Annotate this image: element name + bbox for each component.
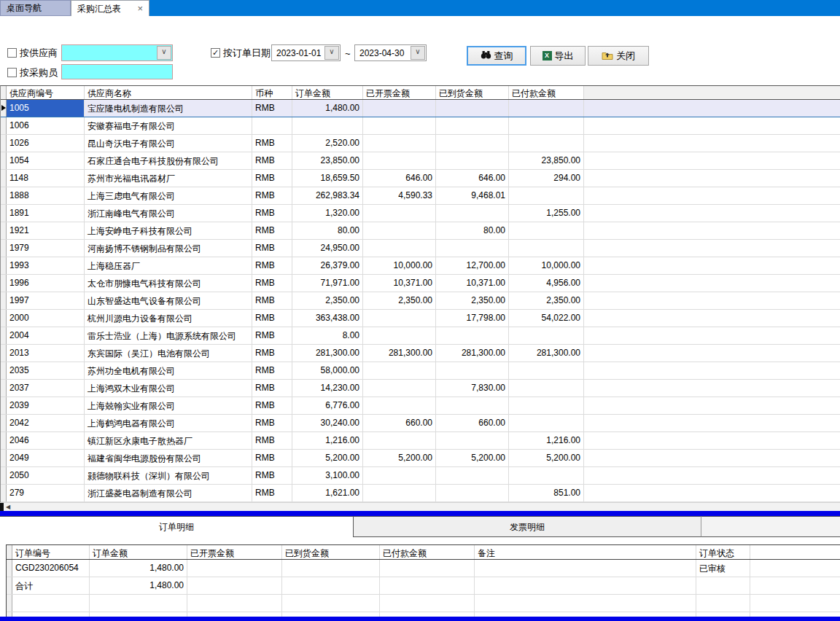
cell[interactable]: 5,200.00 bbox=[292, 450, 363, 466]
cell[interactable]: 660.00 bbox=[363, 415, 436, 431]
table-row[interactable]: 1997山东智盛达电气设备有限公司RMB2,350.002,350.002,35… bbox=[1, 292, 840, 310]
cell[interactable]: RMB bbox=[252, 415, 292, 431]
cell[interactable]: 24,950.00 bbox=[292, 240, 363, 257]
cell[interactable] bbox=[436, 327, 509, 344]
cell[interactable]: 58,000.00 bbox=[292, 362, 363, 379]
cell[interactable]: 12,700.00 bbox=[436, 257, 509, 274]
tab-purchase-summary[interactable]: 采购汇总表 × bbox=[71, 0, 149, 16]
cell[interactable]: RMB bbox=[252, 362, 292, 379]
cell[interactable]: 1,480.00 bbox=[292, 100, 363, 117]
cell[interactable]: RMB bbox=[252, 100, 292, 117]
cell[interactable]: 80.00 bbox=[292, 222, 363, 239]
horizontal-scrollbar[interactable] bbox=[0, 502, 840, 511]
tab-invoice-detail[interactable]: 发票明细 bbox=[354, 516, 701, 537]
cell[interactable] bbox=[363, 240, 436, 257]
cell[interactable]: 1026 bbox=[7, 135, 85, 152]
by-purchaser-checkbox[interactable] bbox=[7, 68, 17, 77]
cell[interactable]: 5,200.00 bbox=[436, 450, 509, 466]
cell[interactable]: RMB bbox=[252, 467, 292, 484]
cell[interactable]: 281,300.00 bbox=[363, 345, 436, 362]
cell[interactable]: RMB bbox=[252, 170, 292, 187]
cell[interactable] bbox=[12, 595, 90, 612]
cell[interactable]: 1,621.00 bbox=[292, 485, 363, 501]
close-icon[interactable]: × bbox=[137, 4, 143, 13]
cell[interactable]: 2035 bbox=[7, 362, 85, 379]
cell[interactable]: 2,350.00 bbox=[363, 292, 436, 309]
cell[interactable] bbox=[282, 577, 380, 594]
cell[interactable] bbox=[475, 577, 696, 594]
cell[interactable] bbox=[363, 397, 436, 414]
export-button[interactable]: 导出 bbox=[530, 46, 586, 66]
cell[interactable]: 30,240.00 bbox=[292, 415, 363, 431]
cell[interactable]: RMB bbox=[252, 257, 292, 274]
cell[interactable]: RMB bbox=[252, 345, 292, 362]
cell[interactable]: 上海三虑电气有限公司 bbox=[85, 187, 252, 204]
cell[interactable] bbox=[252, 117, 292, 134]
cell[interactable]: 1921 bbox=[7, 222, 85, 239]
cell[interactable] bbox=[436, 100, 509, 117]
cell[interactable]: RMB bbox=[252, 240, 292, 257]
cell[interactable]: 1888 bbox=[7, 187, 85, 204]
cell[interactable]: RMB bbox=[252, 485, 292, 501]
cell[interactable]: 26,379.00 bbox=[292, 257, 363, 274]
table-row[interactable]: 1979河南扬博不锈钢制品有限公司RMB24,950.00 bbox=[1, 240, 840, 257]
order-date-from-field[interactable]: 2023-01-01 bbox=[271, 44, 341, 61]
cell[interactable]: 1,216.00 bbox=[292, 432, 363, 449]
cell[interactable] bbox=[475, 560, 696, 577]
table-row[interactable]: 2000杭州川源电力设备有限公司RMB363,438.0017,798.0054… bbox=[1, 310, 840, 327]
cell[interactable]: 河南扬博不锈钢制品有限公司 bbox=[85, 240, 252, 257]
table-row[interactable]: 1993上海稳压器厂RMB26,379.0010,000.0012,700.00… bbox=[1, 257, 840, 275]
cell[interactable]: 苏州功全电机有限公司 bbox=[85, 362, 252, 379]
cell[interactable] bbox=[282, 595, 380, 612]
table-row[interactable]: 合计1,480.00 bbox=[7, 577, 840, 595]
table-row[interactable]: 1148苏州市光福电讯器材厂RMB18,659.50646.00646.0029… bbox=[1, 170, 840, 187]
column-header[interactable]: 已开票金额 bbox=[363, 86, 436, 99]
cell[interactable]: RMB bbox=[252, 327, 292, 344]
table-row[interactable]: 1005宝应隆电机制造有限公司RMB1,480.00 bbox=[1, 100, 840, 117]
cell[interactable]: 281,300.00 bbox=[436, 345, 509, 362]
cell[interactable]: 14,230.00 bbox=[292, 380, 363, 397]
cell[interactable]: 昆山奇沃电子有限公司 bbox=[85, 135, 252, 152]
table-row[interactable]: 1026昆山奇沃电子有限公司RMB2,520.00 bbox=[1, 135, 840, 152]
cell[interactable]: 5,200.00 bbox=[363, 450, 436, 466]
table-row[interactable]: 2037上海鸿双木业有限公司RMB14,230.007,830.00 bbox=[1, 380, 840, 397]
cell[interactable]: 2000 bbox=[7, 310, 85, 327]
close-button[interactable]: 关闭 bbox=[588, 46, 649, 66]
table-row[interactable]: 2039上海兢翰实业有限公司RMB6,776.00 bbox=[1, 397, 840, 415]
table-row[interactable]: 1921上海安峥电子科技有限公司RMB80.0080.00 bbox=[1, 222, 840, 240]
cell[interactable]: 宝应隆电机制造有限公司 bbox=[85, 100, 252, 117]
cell[interactable] bbox=[363, 432, 436, 449]
cell[interactable] bbox=[292, 117, 363, 134]
cell[interactable]: 已审核 bbox=[696, 560, 750, 577]
chevron-down-icon[interactable] bbox=[411, 46, 425, 60]
cell[interactable]: 2,350.00 bbox=[509, 292, 584, 309]
cell[interactable]: RMB bbox=[252, 292, 292, 309]
cell[interactable] bbox=[363, 222, 436, 239]
cell[interactable]: 1006 bbox=[7, 117, 85, 134]
cell[interactable]: 2013 bbox=[7, 345, 85, 362]
cell[interactable] bbox=[509, 415, 584, 431]
cell[interactable]: 8.00 bbox=[292, 327, 363, 344]
cell[interactable] bbox=[363, 152, 436, 169]
cell[interactable] bbox=[380, 560, 475, 577]
cell[interactable]: 281,300.00 bbox=[292, 345, 363, 362]
cell[interactable]: RMB bbox=[252, 187, 292, 204]
cell[interactable]: 262,983.34 bbox=[292, 187, 363, 204]
cell[interactable]: 上海兢翰实业有限公司 bbox=[85, 397, 252, 414]
cell[interactable] bbox=[436, 135, 509, 152]
cell[interactable] bbox=[380, 595, 475, 612]
cell[interactable]: RMB bbox=[252, 397, 292, 414]
cell[interactable]: 石家庄通合电子科技股份有限公司 bbox=[85, 152, 252, 169]
cell[interactable]: 851.00 bbox=[509, 485, 584, 501]
cell[interactable]: 10,000.00 bbox=[509, 257, 584, 274]
cell[interactable]: 1005 bbox=[7, 100, 85, 117]
cell[interactable]: 2042 bbox=[7, 415, 85, 431]
cell[interactable]: RMB bbox=[252, 432, 292, 449]
table-row[interactable]: 2042上海鹤鸿电器有限公司RMB30,240.00660.00660.00 bbox=[1, 415, 840, 432]
cell[interactable]: 1,480.00 bbox=[90, 577, 187, 594]
tab-desktop-nav[interactable]: 桌面导航 bbox=[0, 0, 71, 16]
cell[interactable]: 279 bbox=[7, 485, 85, 501]
chevron-down-icon[interactable] bbox=[157, 46, 171, 60]
cell[interactable]: 281,300.00 bbox=[509, 345, 584, 362]
cell[interactable]: RMB bbox=[252, 380, 292, 397]
